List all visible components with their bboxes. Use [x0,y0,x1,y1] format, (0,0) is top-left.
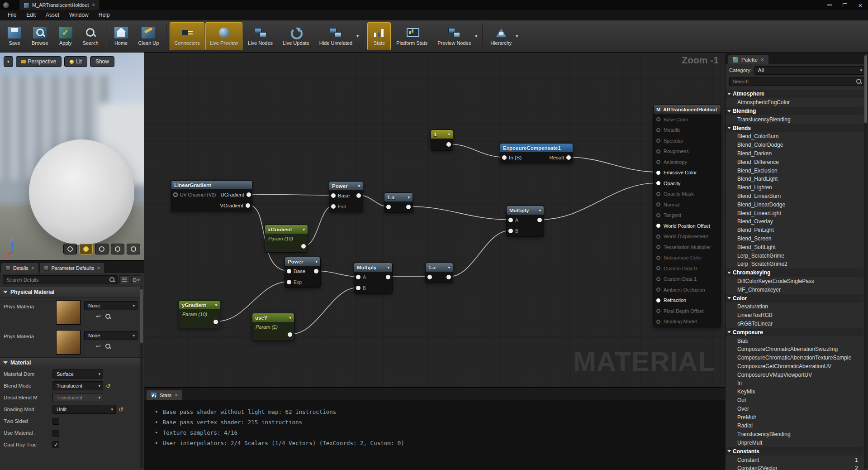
material-thumbnail[interactable] [56,300,81,325]
palette-item[interactable]: Blend_SoftLight [726,243,863,251]
chevron-down-icon[interactable]: ▾ [539,208,541,213]
output-pin[interactable] [247,192,251,197]
output-pin[interactable] [301,244,306,249]
palette-item[interactable]: Blend_Difference [726,158,863,166]
tab-close-icon[interactable]: × [761,57,764,62]
input-pin[interactable] [356,286,360,290]
tab-palette[interactable]: Palette × [728,55,768,64]
chevron-down-icon[interactable]: ▾ [303,227,305,232]
viewport-tool-button[interactable] [111,244,124,254]
material-pin[interactable]: Ambient Occlusion [654,284,721,295]
input-pin[interactable] [386,205,391,209]
viewport-tool-button[interactable] [95,244,109,254]
details-scrollbar[interactable] [140,287,143,468]
node-multiply-right[interactable]: Multiply▾ A B [506,206,544,237]
palette-item[interactable]: Desaturation [726,302,863,311]
minimize-button[interactable] [822,0,837,10]
tab-close-icon[interactable]: × [97,265,100,271]
palette-item[interactable]: Radial [726,422,863,430]
palette-item[interactable]: Chromakeying [726,269,863,277]
node-exposure-compensate[interactable]: ExposureCompensate1 In (S) Result [500,143,573,163]
material-pin[interactable]: Roughness [654,146,721,157]
palette-scrollbar[interactable] [864,53,868,469]
chevron-down-icon[interactable]: ▾ [448,265,450,270]
tab-stats[interactable]: Stats × [147,390,182,400]
toolbar-separator[interactable] [482,24,483,49]
use-material-checkbox[interactable] [52,430,59,436]
input-pin[interactable] [173,192,178,197]
toolbar-separator[interactable] [106,24,107,49]
node-y-gradient[interactable]: yGradient▾ Param (10) [179,300,220,328]
tab-parameter-defaults[interactable]: Parameter Defaults × [40,263,104,273]
palette-item[interactable]: Over [726,404,863,413]
perspective-button[interactable]: Perspective [16,56,62,67]
material-pin[interactable]: Specular [654,135,721,146]
menu-item[interactable]: Help [94,10,115,19]
browse-to-asset-icon[interactable] [105,344,111,349]
input-pin[interactable] [331,204,336,209]
output-pin[interactable] [288,332,292,337]
palette-item[interactable]: Constant 1 [726,456,863,464]
node-multiply-bottom[interactable]: Multiply▾ A B [354,263,393,294]
save-button[interactable]: Save [3,22,26,50]
connectors-toggle[interactable]: Connectors [170,22,204,50]
material-pin[interactable]: Opacity Mask [654,189,721,200]
menu-item[interactable]: Edit [21,10,41,19]
input-pin[interactable] [502,155,507,160]
input-pin[interactable] [356,275,360,279]
apply-button[interactable]: Apply [54,22,77,50]
material-pin[interactable]: Pixel Depth Offset [654,306,721,317]
palette-item[interactable]: In [726,379,863,388]
node-one-minus-bottom[interactable]: 1-x▾ [425,263,453,283]
node-linear-gradient[interactable]: LinearGradient UV Channel (V2) UGradient… [171,180,252,211]
live-preview-toggle[interactable]: Live Preview [205,22,242,50]
output-pin[interactable] [446,142,451,147]
maximize-button[interactable] [837,0,853,10]
palette-item[interactable]: Bias [726,336,863,345]
palette-item[interactable]: PreMult [726,413,863,422]
input-pin[interactable] [508,218,513,222]
two-sided-checkbox[interactable] [52,418,59,425]
palette-item[interactable]: Blend_LinearLight [726,209,863,217]
palette-item[interactable]: Composure [726,328,863,336]
menu-item[interactable]: Window [64,10,94,19]
stats-toggle[interactable]: Stats [367,22,391,50]
home-button[interactable]: Home [109,22,133,50]
palette-item[interactable]: Blend_LinearBurn [726,192,863,201]
palette-item[interactable]: Blend_Darken [726,149,863,158]
material-pin[interactable]: Opacity [654,178,721,189]
toolbar-separator[interactable] [166,24,167,49]
chevron-down-icon[interactable]: ▾ [289,316,291,320]
node-use-y[interactable]: useY▾ Param (1) [252,313,294,341]
chevron-down-icon[interactable]: ▾ [387,265,389,270]
node-main-material[interactable]: M_ARTranslucentHoldout Base Color Metall… [653,105,721,327]
material-pin[interactable]: Metallic [654,125,721,136]
palette-item[interactable]: Constants [726,447,863,456]
node-constant-1[interactable]: 1▾ [431,129,453,151]
menu-item[interactable]: Asset [41,10,64,19]
palette-item[interactable]: AtmosphericFogColor [726,98,863,107]
material-pin[interactable]: World Position Offset [654,221,721,231]
material-pin[interactable]: Tessellation Multiplier [654,242,721,253]
hierarchy-button[interactable]: Hierarchy [486,22,520,50]
live-nodes-toggle[interactable]: Live Nodes [243,22,277,50]
lit-button[interactable]: Lit [64,56,87,67]
palette-item[interactable]: Blending [726,107,863,115]
output-pin[interactable] [356,193,361,198]
material-pin[interactable]: World Displacement [654,231,721,242]
output-pin[interactable] [213,320,218,324]
palette-item[interactable]: Blend_ColorDodge [726,141,863,149]
reset-to-default-icon[interactable]: ↺ [106,383,111,389]
palette-item[interactable]: Blend_HardLight [726,175,863,183]
details-view-options-button[interactable] [119,275,129,284]
shading-model-dropdown[interactable]: Unlit [52,405,116,414]
palette-item[interactable]: Blend_LinearDodge [726,200,863,209]
palette-item[interactable]: Blends [726,124,863,132]
document-tab-close-icon[interactable]: × [92,2,95,8]
phys-material-dropdown[interactable]: None [84,301,138,310]
node-one-minus-top[interactable]: 1-x▾ [384,192,413,213]
tab-close-icon[interactable]: × [31,265,34,271]
live-update-toggle[interactable]: Live Update [278,22,314,50]
chevron-down-icon[interactable]: ▾ [448,132,450,137]
hide-unrelated-toggle[interactable]: Hide Unrelated [315,22,361,50]
